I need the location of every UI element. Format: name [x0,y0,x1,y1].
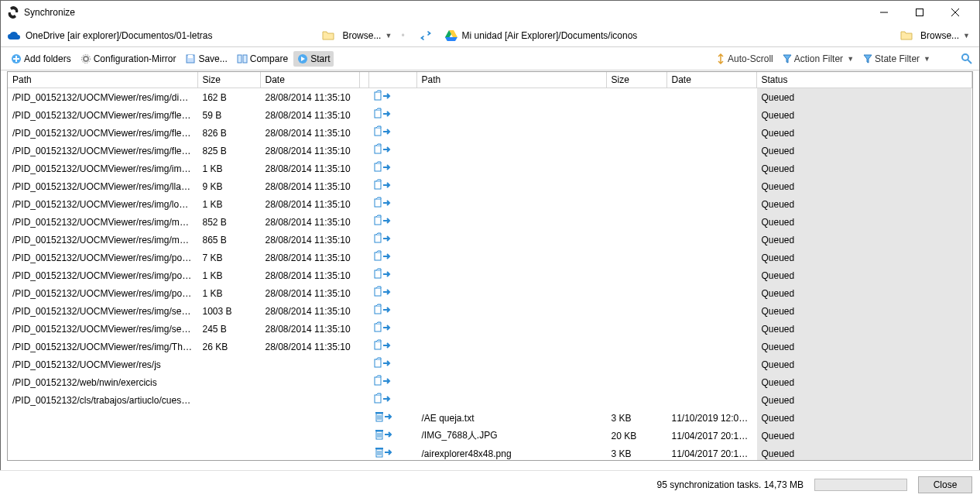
grid-scroll[interactable]: Path Size Date Path Size Date Status /PI… [8,72,972,460]
swap-icon[interactable] [419,30,433,41]
maximize-button[interactable] [902,1,937,24]
cell-action[interactable] [368,266,416,284]
table-row[interactable]: /IMG_7688人.JPG20 KB11/04/2017 20:13:37Qu… [8,427,972,445]
cell-path-right [416,213,606,231]
table-row[interactable]: /AE queja.txt3 KB11/10/2019 12:02:54Queu… [8,409,972,427]
cell-size-right: 20 KB [606,427,666,445]
table-row[interactable]: /PID_00152132/UOCMViewer/res/img/portada… [8,266,972,284]
table-row[interactable]: /PID_00152132/UOCMViewer/res/img/llapis.… [8,177,972,195]
cell-action[interactable] [368,320,416,338]
compare-icon [237,53,248,64]
col-path-right[interactable]: Path [416,72,606,88]
copy-right-icon [374,357,394,369]
cell-action[interactable] [368,160,416,177]
close-window-button[interactable] [937,1,973,24]
table-row[interactable]: /PID_00152132/UOCMViewer/res/img/logo.gi… [8,195,972,213]
cell-status: Queued [756,284,972,302]
save-button[interactable]: Save... [181,51,231,67]
cell-action[interactable] [368,142,416,160]
cell-size-left: 1 KB [197,160,260,177]
cell-size-right [606,124,666,142]
svg-rect-23 [375,252,381,260]
cell-action[interactable] [368,391,416,409]
cell-path-left: /PID_00152132/UOCMViewer/res/img/llapis.… [8,177,197,195]
cell-status: Queued [756,320,972,338]
cell-action[interactable] [368,249,416,266]
cell-date-left: 28/08/2014 11:35:10 [260,284,359,302]
action-filter-button[interactable]: Action Filter▼ [779,51,858,67]
config-mirror-button[interactable]: Configuration-Mirror [77,51,180,67]
cell-size-left: 162 B [197,88,260,107]
svg-rect-36 [375,412,383,414]
table-row[interactable]: /PID_00152132/UOCMViewer/res/img/search.… [8,302,972,320]
cell-date-right [666,88,756,107]
cell-action[interactable] [368,338,416,355]
table-row[interactable]: /airexplorer48x48.png3 KB11/04/2017 20:1… [8,445,972,460]
folder-icon [900,30,913,40]
table-row[interactable]: /PID_00152132/UOCMViewer/res/img/fletxa_… [8,124,972,142]
right-path[interactable]: Mi unidad [Air Explorer]/Documents/icono… [462,30,638,41]
cell-size-right [606,231,666,249]
table-row[interactable]: /PID_00152132/UOCMViewer/res/img/menys.g… [8,213,972,231]
left-path[interactable]: OneDrive [air explorer]/Documentos/01-le… [26,30,212,41]
cell-path-right [416,124,606,142]
cell-status: Queued [756,391,972,409]
cell-action[interactable] [368,88,416,107]
cell-action[interactable] [368,231,416,249]
cell-action[interactable] [368,302,416,320]
table-row[interactable]: /PID_00152132/UOCMViewer/res/img/portada… [8,249,972,266]
table-row[interactable]: /PID_00152132/cls/trabajos/artiuclo/cues… [8,391,972,409]
cell-action[interactable] [368,124,416,142]
col-status[interactable]: Status [756,72,972,88]
col-date-left[interactable]: Date [260,72,359,88]
start-button[interactable]: Start [293,51,334,67]
search-icon[interactable] [961,53,973,65]
cell-action[interactable] [368,373,416,391]
table-row[interactable]: /PID_00152132/UOCMViewer/res/img/mes.gif… [8,231,972,249]
table-row[interactable]: /PID_00152132/UOCMViewer/res/img/senefa.… [8,320,972,338]
cell-path-right [416,338,606,355]
browse-left-button[interactable]: Browse...▼ [339,29,395,43]
cell-status: Queued [756,177,972,195]
cell-size-right [606,373,666,391]
browse-right-button[interactable]: Browse...▼ [917,29,973,43]
cell-action[interactable] [368,427,416,445]
cell-date-right [666,177,756,195]
col-path-left[interactable]: Path [8,72,197,88]
cell-path-left: /PID_00152132/UOCMViewer/res/img/fletxa_… [8,142,197,160]
cell-status: Queued [756,249,972,266]
cell-size-right [606,177,666,195]
table-row[interactable]: /PID_00152132/UOCMViewer/res/img/Thumbs.… [8,338,972,355]
table-row[interactable]: /PID_00152132/UOCMViewer/res/img/fletxa_… [8,142,972,160]
cell-action[interactable] [368,106,416,124]
cell-action[interactable] [368,195,416,213]
table-row[interactable]: /PID_00152132/UOCMViewer/res/img/postit_… [8,284,972,302]
cell-action[interactable] [368,409,416,427]
cell-path-left: /PID_00152132/UOCMViewer/res/img/senefa.… [8,320,197,338]
state-filter-button[interactable]: State Filter▼ [859,51,934,67]
cell-action[interactable] [368,445,416,460]
cell-action[interactable] [368,355,416,373]
svg-rect-41 [375,430,383,431]
close-button[interactable]: Close [918,476,972,493]
col-size-left[interactable]: Size [197,72,260,88]
table-row[interactable]: /PID_00152132/web/nwin/exercicisQueued [8,373,972,391]
cell-date-left [260,427,359,445]
minimize-button[interactable] [866,1,902,24]
cell-action[interactable] [368,213,416,231]
cell-path-right [416,160,606,177]
cell-action[interactable] [368,177,416,195]
compare-button[interactable]: Compare [233,51,292,67]
table-row[interactable]: /PID_00152132/UOCMViewer/res/img/imprimi… [8,160,972,177]
col-size-right[interactable]: Size [606,72,666,88]
add-folders-button[interactable]: Add folders [7,51,75,67]
cell-status: Queued [756,124,972,142]
table-row[interactable]: /PID_00152132/UOCMViewer/res/img/disquet… [8,88,972,107]
auto-scroll-button[interactable]: Auto-Scroll [712,51,777,67]
svg-rect-27 [375,324,381,331]
table-row[interactable]: /PID_00152132/UOCMViewer/res/jsQueued [8,355,972,373]
cell-status: Queued [756,266,972,284]
cell-action[interactable] [368,284,416,302]
table-row[interactable]: /PID_00152132/UOCMViewer/res/img/flechit… [8,106,972,124]
col-date-right[interactable]: Date [666,72,756,88]
